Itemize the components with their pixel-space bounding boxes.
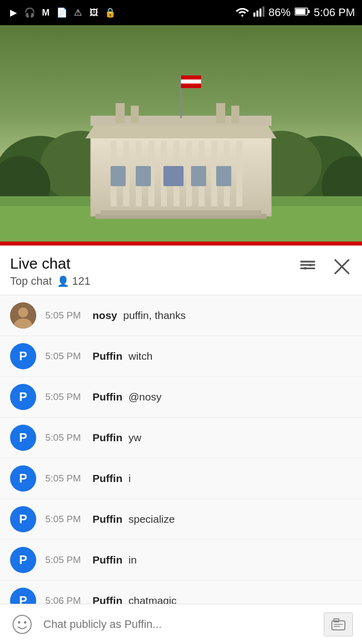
video-player[interactable] [0, 25, 362, 242]
svg-rect-3 [259, 9, 261, 17]
signal-icon [253, 6, 264, 20]
svg-rect-37 [181, 79, 201, 84]
avatar: P [10, 465, 36, 492]
svg-rect-32 [131, 106, 139, 123]
chat-header: Live chat Top chat 👤 121 [0, 246, 362, 295]
chat-message: 5:05 PM nosy puffin, thanks [0, 295, 362, 336]
top-chat-label[interactable]: Top chat [10, 275, 52, 288]
avatar: P [10, 343, 36, 369]
chat-message: P 5:05 PM Puffin i [0, 458, 362, 499]
viewer-count: 👤 121 [57, 275, 90, 288]
status-right-icons: 86% 5:06 PM [235, 6, 355, 20]
message-time: 5:05 PM [45, 514, 85, 525]
status-left-icons: ▶ 🎧 M 📄 ⚠ 🖼 🔒 [7, 8, 117, 18]
message-content: 5:05 PM Puffin in [45, 554, 352, 566]
time-display: 5:06 PM [314, 6, 355, 19]
message-text: in [128, 554, 136, 566]
svg-rect-28 [236, 141, 242, 206]
message-content: 5:05 PM nosy puffin, thanks [45, 309, 352, 321]
svg-rect-40 [136, 166, 151, 186]
close-button[interactable] [332, 257, 352, 277]
svg-rect-1 [253, 13, 255, 17]
chat-input-bar [0, 604, 362, 644]
svg-rect-42 [191, 166, 206, 186]
message-content: 5:05 PM Puffin @nosy [45, 391, 352, 403]
message-author: Puffin [93, 513, 122, 525]
message-author: Puffin [93, 432, 122, 444]
avatar: P [10, 384, 36, 410]
headset-icon: 🎧 [23, 8, 36, 18]
warning-icon: ⚠ [71, 8, 84, 18]
viewer-count-number: 121 [72, 275, 90, 288]
svg-point-0 [241, 15, 243, 17]
svg-rect-43 [216, 166, 231, 186]
image-icon: 🖼 [87, 8, 101, 18]
chat-message: P 5:05 PM Puffin yw [0, 418, 362, 458]
svg-point-60 [24, 621, 27, 623]
svg-rect-7 [308, 10, 310, 13]
person-icon: 👤 [57, 275, 69, 287]
svg-rect-6 [296, 9, 306, 15]
message-author: Puffin [93, 554, 122, 566]
chat-message: P 5:05 PM Puffin @nosy [0, 377, 362, 418]
message-time: 5:05 PM [45, 473, 85, 484]
youtube-icon: ▶ [7, 8, 20, 18]
message-time: 5:05 PM [45, 554, 85, 566]
message-content: 5:05 PM Puffin witch [45, 350, 352, 362]
svg-rect-34 [231, 106, 239, 123]
send-message-button[interactable] [324, 612, 353, 636]
battery-percentage: 86% [268, 6, 291, 19]
svg-rect-38 [181, 84, 201, 88]
lock-icon: 🔒 [104, 8, 117, 18]
chat-message: P 5:05 PM Puffin specialize [0, 499, 362, 540]
avatar: P [10, 425, 36, 451]
svg-point-52 [304, 267, 307, 270]
svg-rect-45 [101, 210, 261, 215]
message-time: 5:05 PM [45, 391, 85, 403]
svg-point-59 [18, 621, 21, 623]
svg-rect-41 [163, 166, 184, 186]
filter-button[interactable] [298, 257, 318, 277]
chat-message: P 5:05 PM Puffin witch [0, 336, 362, 377]
battery-icon [295, 6, 310, 19]
message-author: Puffin [93, 350, 122, 362]
message-text: i [128, 472, 131, 485]
svg-rect-4 [262, 7, 264, 17]
svg-point-58 [13, 615, 31, 633]
svg-rect-31 [116, 103, 125, 123]
top-chat-row: Top chat 👤 121 [10, 275, 90, 288]
svg-point-49 [309, 264, 312, 266]
message-time: 5:05 PM [45, 310, 85, 321]
red-accent-bar [0, 242, 362, 246]
m-app-icon: M [39, 8, 52, 18]
message-content: 5:05 PM Puffin yw [45, 432, 352, 444]
chat-header-actions [298, 255, 352, 277]
svg-rect-2 [256, 11, 258, 17]
message-text: witch [128, 350, 152, 362]
svg-point-56 [18, 307, 28, 317]
svg-rect-33 [216, 103, 225, 123]
message-time: 5:05 PM [45, 432, 85, 443]
chat-messages-list: 5:05 PM nosy puffin, thanks P 5:05 PM Pu… [0, 295, 362, 644]
message-author: nosy [93, 309, 117, 321]
avatar [10, 302, 36, 329]
file-icon: 📄 [55, 8, 68, 18]
message-text: yw [128, 432, 141, 444]
message-author: Puffin [93, 472, 122, 485]
status-bar: ▶ 🎧 M 📄 ⚠ 🖼 🔒 86% [0, 0, 362, 25]
avatar: P [10, 506, 36, 532]
chat-header-title-section: Live chat Top chat 👤 121 [10, 255, 90, 288]
chat-input-field[interactable] [43, 618, 316, 631]
message-time: 5:05 PM [45, 351, 85, 362]
avatar: P [10, 547, 36, 573]
emoji-button[interactable] [9, 611, 35, 637]
message-text: puffin, thanks [123, 309, 186, 321]
message-text: specialize [128, 513, 174, 525]
wifi-icon [235, 6, 249, 20]
live-chat-title: Live chat [10, 255, 90, 273]
svg-rect-39 [111, 166, 126, 186]
message-content: 5:05 PM Puffin i [45, 472, 352, 485]
message-text: @nosy [128, 391, 161, 403]
message-content: 5:05 PM Puffin specialize [45, 513, 352, 525]
message-author: Puffin [93, 391, 122, 403]
